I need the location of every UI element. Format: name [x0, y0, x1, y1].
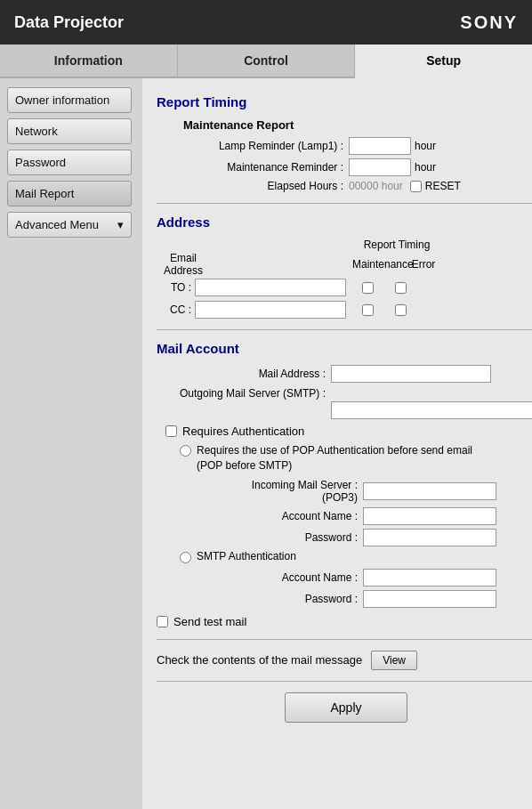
smtp-account-row: Account Name :	[206, 569, 532, 587]
lamp-reminder-input[interactable]	[349, 137, 411, 155]
apply-row: Apply	[157, 692, 532, 737]
requires-auth-checkbox[interactable]	[165, 425, 177, 437]
smtp-sub-form: Account Name : Password :	[206, 569, 532, 608]
cc-error-checkbox[interactable]	[395, 304, 407, 316]
pop-sub-form: Incoming Mail Server : (POP3) Account Na…	[206, 479, 532, 546]
cc-maintenance-checkbox[interactable]	[362, 304, 374, 316]
chevron-down-icon: ▾	[117, 218, 124, 231]
sidebar: Owner information Network Password Mail …	[0, 78, 142, 809]
report-timing-col-header: Report Timing	[352, 239, 441, 251]
lamp-reminder-label: Lamp Reminder (Lamp1) :	[165, 140, 343, 152]
smtp-server-block: Outgoing Mail Server (SMTP) :	[157, 387, 532, 419]
sidebar-btn-owner-information[interactable]: Owner information	[7, 87, 132, 113]
pop-account-input[interactable]	[363, 507, 496, 525]
mail-address-label: Mail Address :	[157, 368, 326, 380]
cc-label: CC :	[160, 303, 191, 316]
elapsed-hours-label: Elapsed Hours :	[165, 180, 343, 192]
mail-account-block: Mail Address : Outgoing Mail Server (SMT…	[157, 365, 532, 628]
smtp-auth-label: SMTP Authentication	[197, 550, 296, 562]
divider-3	[157, 639, 532, 640]
mail-address-input[interactable]	[331, 365, 491, 383]
brand-logo: SONY	[460, 12, 518, 33]
check-contents-row: Check the contents of the mail message V…	[157, 651, 532, 670]
content-area: Report Timing Maintenance Report Lamp Re…	[142, 78, 532, 809]
smtp-password-input[interactable]	[363, 590, 496, 608]
mail-account-heading: Mail Account	[157, 341, 532, 356]
pop-account-label: Account Name :	[206, 510, 358, 522]
check-contents-text: Check the contents of the mail message	[157, 653, 362, 667]
maintenance-reminder-unit: hour	[415, 161, 436, 174]
address-block: Report Timing Email Address Maintenance …	[157, 239, 532, 319]
tab-setup[interactable]: Setup	[355, 44, 532, 78]
incoming-server-label: Incoming Mail Server : (POP3)	[206, 479, 358, 504]
lamp-reminder-unit: hour	[415, 140, 436, 152]
send-test-mail-row: Send test mail	[157, 615, 532, 628]
report-timing-block: Maintenance Report Lamp Reminder (Lamp1)…	[157, 118, 532, 192]
send-test-mail-checkbox[interactable]	[157, 616, 168, 627]
to-label: TO :	[160, 281, 191, 294]
smtp-password-label: Password :	[206, 593, 358, 605]
tab-bar: Information Control Setup	[0, 44, 532, 78]
smtp-account-input[interactable]	[363, 569, 496, 587]
smtp-input-row	[331, 401, 532, 419]
maintenance-col-header: Maintenance	[352, 258, 401, 271]
pop-password-input[interactable]	[363, 529, 496, 546]
sidebar-btn-password[interactable]: Password	[7, 150, 132, 175]
requires-auth-row: Requires Authentication	[165, 425, 532, 438]
maintenance-reminder-label: Maintenance Reminder :	[165, 161, 343, 174]
error-col-header: Error	[401, 258, 446, 271]
auth-block: Requires Authentication Requires the use…	[165, 425, 532, 608]
divider-2	[157, 329, 532, 330]
pop-radio[interactable]	[180, 445, 191, 457]
cc-input[interactable]	[195, 301, 346, 319]
elapsed-hours-row: Elapsed Hours : 00000 hour RESET	[157, 180, 532, 192]
sidebar-btn-network[interactable]: Network	[7, 118, 132, 144]
smtp-account-label: Account Name :	[206, 571, 358, 584]
pop-radio-row: Requires the use of POP Authentication b…	[180, 443, 532, 473]
app-title: Data Projector	[14, 13, 124, 32]
sidebar-btn-mail-report[interactable]: Mail Report	[7, 181, 132, 206]
reset-checkbox[interactable]	[410, 181, 422, 192]
maintenance-reminder-row: Maintenance Reminder : hour	[157, 158, 532, 176]
smtp-password-row: Password :	[206, 590, 532, 608]
lamp-reminder-row: Lamp Reminder (Lamp1) : hour	[157, 137, 532, 155]
to-input[interactable]	[195, 279, 346, 296]
view-button[interactable]: View	[371, 651, 417, 670]
maintenance-report-label: Maintenance Report	[157, 118, 532, 132]
address-heading: Address	[157, 214, 532, 230]
incoming-server-input[interactable]	[363, 482, 496, 500]
pop-password-label: Password :	[206, 531, 358, 544]
auth-radio-section: Requires the use of POP Authentication b…	[180, 443, 532, 608]
mail-address-row: Mail Address :	[157, 365, 532, 383]
send-test-mail-label: Send test mail	[173, 615, 246, 628]
pop-password-row: Password :	[206, 529, 532, 546]
to-row: TO :	[160, 279, 532, 296]
cc-row: CC :	[160, 301, 532, 319]
divider-4	[157, 681, 532, 682]
email-address-col: Email Address	[157, 252, 210, 277]
reset-label: RESET	[425, 180, 461, 192]
requires-auth-label: Requires Authentication	[182, 425, 304, 438]
report-timing-heading: Report Timing	[157, 94, 532, 109]
pop-account-row: Account Name :	[206, 507, 532, 525]
to-error-checkbox[interactable]	[395, 282, 407, 294]
sidebar-btn-advanced-menu[interactable]: Advanced Menu ▾	[7, 212, 132, 238]
smtp-radio[interactable]	[180, 552, 191, 563]
main-layout: Owner information Network Password Mail …	[0, 78, 532, 809]
header: Data Projector SONY	[0, 0, 532, 44]
incoming-server-row: Incoming Mail Server : (POP3)	[206, 479, 532, 504]
divider-1	[157, 203, 532, 204]
smtp-server-input[interactable]	[331, 401, 532, 419]
smtp-label-row: Outgoing Mail Server (SMTP) :	[157, 387, 532, 400]
apply-button[interactable]: Apply	[285, 692, 407, 723]
outgoing-server-label: Outgoing Mail Server (SMTP) :	[157, 387, 326, 400]
tab-control[interactable]: Control	[178, 44, 356, 77]
to-maintenance-checkbox[interactable]	[362, 282, 374, 294]
maintenance-reminder-input[interactable]	[349, 158, 411, 176]
elapsed-hours-value: 00000 hour	[349, 180, 403, 192]
pop-radio-label: Requires the use of POP Authentication b…	[197, 443, 472, 473]
tab-information[interactable]: Information	[0, 44, 178, 77]
smtp-radio-row: SMTP Authentication	[180, 550, 532, 563]
